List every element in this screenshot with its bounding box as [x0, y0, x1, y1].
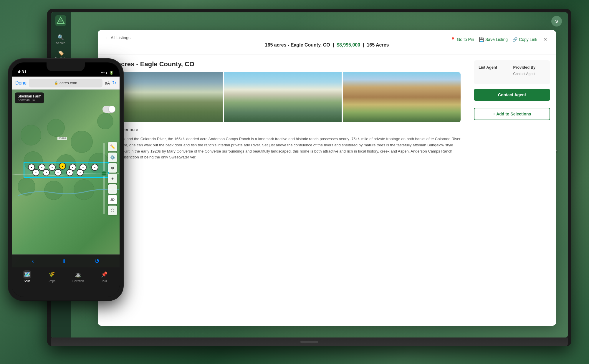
crops-label: Crops [47, 279, 55, 283]
battery-icon: 🔋 [109, 71, 114, 75]
laptop-screen: 🔍 Search 🏷️ For Sale 📍 Land Locate S nta… [51, 12, 568, 337]
modal-header: ← All Listings 165 acres - Eagle County,… [98, 30, 556, 54]
provided-by-label: Provided By [513, 65, 546, 70]
location-toolbar-btn[interactable]: ⊕ [108, 163, 117, 173]
modal-actions: 📍 Go to Pin 💾 Save Listing 🔗 Copy Link × [450, 35, 549, 43]
phone-map[interactable]: Sherman Farm Sherman, TX 83385 • • • • • [12, 90, 120, 267]
settings-toolbar-btn[interactable]: ⚙️ [108, 153, 117, 162]
phone-nav: 🗺️ Soils 🌾 Crops ⛰️ Elevation 📌 POI [12, 267, 120, 297]
crops-icon: 🌾 [47, 270, 56, 279]
listing-photo-3[interactable] [343, 72, 461, 122]
farm-field-9 [44, 181, 63, 200]
back-arrow-icon: ← [105, 35, 109, 40]
laptop-frame: 🔍 Search 🏷️ For Sale 📍 Land Locate S nta… [47, 9, 571, 346]
search-icon: 🔍 [57, 34, 64, 41]
link-icon: 🔗 [512, 37, 517, 42]
soils-label: Soils [24, 279, 30, 283]
laptop-bottom-bar [51, 337, 568, 346]
avatar[interactable]: S [551, 16, 562, 27]
map-pin-10[interactable]: • [54, 169, 62, 176]
agent-grid: List Agent Provided By Contact Agent [479, 65, 545, 76]
phone-frame: 4:31 ▪▪▪ ▸ 🔋 Done 🔒 acres.com aA ↻ Sherm… [8, 59, 123, 300]
nav-item-soils[interactable]: 🗺️ Soils [23, 270, 31, 283]
nav-item-poi[interactable]: 📌 POI [100, 270, 108, 283]
farm-field-4 [97, 113, 113, 129]
lock-icon: 🔒 [54, 81, 58, 85]
zoom-in-btn[interactable]: + [108, 174, 117, 183]
farm-field-3 [71, 131, 93, 153]
map-pin-8[interactable]: • [32, 169, 39, 176]
sidebar-logo[interactable] [55, 15, 66, 26]
poi-label: POI [102, 279, 107, 283]
elevation-icon: ⛰️ [74, 270, 82, 279]
save-icon: 💾 [479, 37, 484, 42]
wifi-icon: ▸ [106, 71, 108, 75]
for-sale-icon: 🏷️ [57, 49, 64, 56]
phone-screen: 4:31 ▪▪▪ ▸ 🔋 Done 🔒 acres.com aA ↻ Sherm… [12, 62, 120, 297]
pin-icon: 📍 [450, 37, 455, 42]
phone-browser-bar: Done 🔒 acres.com aA ↻ [12, 77, 120, 90]
listing-photo-2[interactable] [224, 72, 342, 122]
listing-title: 165 acres - Eagle County, CO [105, 60, 461, 68]
soils-icon: 🗺️ [23, 270, 31, 279]
listing-modal: ← All Listings 165 acres - Eagle County,… [98, 30, 556, 326]
phone-bottom-bar: ‹ ⬆ ↺ [12, 254, 120, 267]
modal-content: 165 acres - Eagle County, CO $54,515 per… [98, 54, 556, 326]
2d-view-btn[interactable]: 2D [108, 195, 117, 204]
farm-field-8 [18, 178, 35, 196]
laptop-notch [300, 341, 318, 343]
modal-sidebar: List Agent Provided By Contact Agent Con… [468, 54, 556, 326]
map-pin-11[interactable]: • [66, 169, 73, 176]
poi-icon: 📌 [100, 270, 108, 279]
go-to-pin-button[interactable]: 📍 Go to Pin [450, 37, 474, 42]
laptop-map: 🔍 Search 🏷️ For Sale 📍 Land Locate S nta… [51, 12, 568, 337]
modal-main[interactable]: 165 acres - Eagle County, CO $54,515 per… [98, 54, 468, 326]
farm-field-10 [74, 179, 94, 200]
map-pin-3[interactable]: • [49, 164, 56, 171]
map-tooltip-title: Sherman Farm [18, 94, 41, 98]
modal-price: $8,995,000 [337, 42, 360, 47]
photo-grid [105, 72, 461, 122]
map-pin-12[interactable]: • [77, 169, 84, 176]
copy-link-button[interactable]: 🔗 Copy Link [512, 37, 537, 42]
nav-item-crops[interactable]: 🌾 Crops [47, 270, 56, 283]
phone-time: 4:31 [18, 69, 27, 75]
toggle-switch[interactable] [102, 106, 115, 113]
back-to-listings[interactable]: ← All Listings [105, 35, 130, 40]
browser-forward-button[interactable]: ↺ [94, 257, 100, 265]
modal-title: 165 acres - Eagle County, CO | $8,995,00… [265, 42, 389, 47]
sidebar-item-search[interactable]: 🔍 Search [51, 32, 71, 47]
reload-button[interactable]: ↻ [112, 80, 116, 86]
modal-acres: 165 Acres [367, 42, 389, 47]
map-slider[interactable] [103, 143, 105, 214]
provided-by-value: Contact Agent [513, 72, 546, 76]
back-link-label: All Listings [111, 35, 130, 40]
map-pin-7[interactable]: • [91, 164, 98, 171]
map-tooltip-subtitle: Sherman, TX [18, 98, 41, 102]
modal-close-button[interactable]: × [542, 35, 549, 43]
layers-btn[interactable]: ⬡ [108, 206, 117, 215]
phone-map-toolbar: ✏️ ⚙️ ⊕ + − 2D ⬡ [108, 142, 117, 215]
farm-field-2 [47, 119, 65, 137]
sidebar-label-search: Search [56, 42, 65, 45]
edit-toolbar-btn[interactable]: ✏️ [108, 142, 117, 151]
zoom-out-btn[interactable]: − [108, 184, 117, 194]
map-pin-yellow[interactable]: • [59, 163, 66, 170]
phone-notch [47, 62, 85, 71]
price-per-acre: $54,515 per acre [105, 127, 461, 132]
browser-back-button[interactable]: ‹ [32, 257, 34, 265]
url-bar[interactable]: 🔒 acres.com [29, 79, 102, 87]
contact-agent-button[interactable]: Contact Agent [474, 89, 550, 101]
agent-section: List Agent Provided By Contact Agent [474, 60, 550, 84]
road-label: 83385 [57, 137, 67, 140]
browser-share-button[interactable]: ⬆ [62, 258, 66, 264]
map-slider-thumb[interactable] [102, 171, 106, 176]
browser-done-button[interactable]: Done [15, 80, 27, 86]
save-listing-button[interactable]: 💾 Save Listing [479, 37, 508, 42]
url-text: acres.com [59, 81, 77, 85]
signal-bars-icon: ▪▪▪ [101, 71, 105, 75]
map-pin-9[interactable]: • [43, 169, 50, 176]
add-to-selections-button[interactable]: + Add to Selections [474, 108, 550, 120]
aa-button[interactable]: aA [105, 81, 110, 85]
nav-item-elevation[interactable]: ⛰️ Elevation [72, 270, 84, 283]
